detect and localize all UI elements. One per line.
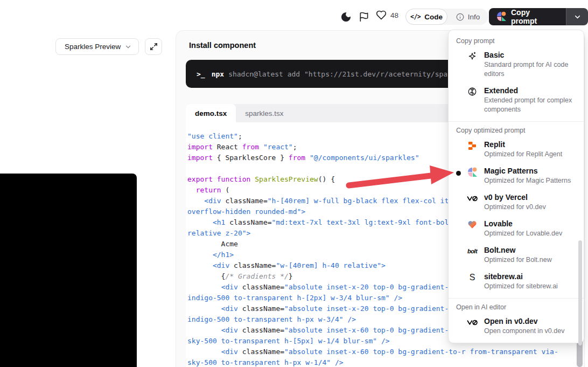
copy-prompt-label: Copy prompt — [511, 8, 557, 25]
dropdown-item-text: Open in v0.devOpen component in v0.dev — [484, 316, 564, 336]
dropdown-item-title: Replit — [484, 140, 562, 150]
sparkles-icon — [467, 51, 478, 61]
magic-patterns-logo-icon — [496, 11, 506, 23]
flag-icon — [359, 11, 369, 22]
dropdown-item-bolt-new[interactable]: boltBolt.newOptimized for Bolt.new — [449, 242, 584, 268]
dropdown-section-label: Copy prompt — [449, 32, 584, 47]
likes-count: 48 — [390, 11, 398, 19]
flag-button[interactable] — [357, 10, 371, 24]
copy-prompt-dropdown-toggle[interactable] — [566, 8, 588, 25]
dropdown-item-description: Optimized for Bolt.new — [484, 255, 552, 265]
dropdown-item-basic[interactable]: BasicStandard prompt for AI code editors — [449, 47, 584, 82]
dropdown-item-title: sitebrew.ai — [484, 272, 558, 282]
dropdown-item-title: Bolt.new — [484, 245, 552, 255]
copy-prompt-split-button: Copy prompt — [489, 8, 588, 25]
selected-dot — [456, 171, 461, 176]
dropdown-item-title: Lovable — [484, 219, 562, 229]
dropdown-item-magic-patterns[interactable]: Magic PatternsOptimized for Magic Patter… — [449, 163, 584, 189]
code-brackets-icon: </> — [410, 13, 421, 20]
tab-code[interactable]: </> Code — [405, 9, 447, 25]
dropdown-item-title: Extended — [484, 86, 576, 96]
dropdown-item-title: Magic Patterns — [484, 166, 571, 176]
copy-prompt-button[interactable]: Copy prompt — [489, 8, 566, 25]
dropdown-item-extended[interactable]: ExtendedExtended prompt for complex comp… — [449, 82, 584, 118]
info-icon — [456, 13, 464, 21]
tab-info[interactable]: Info — [447, 9, 488, 25]
terminal-command: shadcn@latest add "https://21st.dev/r/ac… — [228, 70, 473, 78]
dropdown-item-description: Optimized for Lovable.dev — [484, 229, 562, 238]
dropdown-item-description: Optimized for v0.dev — [484, 203, 546, 212]
dropdown-item-sitebrew-ai[interactable]: Ssitebrew.aiOptimized for sitebrew.ai — [449, 268, 584, 295]
dropdown-item-title: Open in v0.dev — [484, 316, 564, 327]
top-toolbar: 48 </> Code Info Copy prompt — [0, 0, 588, 30]
copy-prompt-dropdown-menu: Copy promptBasicStandard prompt for AI c… — [448, 30, 584, 343]
terminal-prompt-icon: >_ — [197, 70, 205, 78]
bolt-logo: bolt — [467, 246, 478, 257]
dropdown-item-lovable[interactable]: LovableOptimized for Lovable.dev — [449, 216, 584, 242]
code-tab-label: Code — [424, 13, 443, 21]
dropdown-item-text: ReplitOptimized for Replit Agent — [484, 140, 562, 159]
dropdown-item-text: v0 by VercelOptimized for v0.dev — [484, 192, 546, 212]
dropdown-item-description: Optimized for Replit Agent — [484, 150, 562, 159]
chevron-down-icon — [124, 43, 132, 51]
dropdown-section-label: Open in AI editor — [449, 299, 584, 313]
tab-label: demo.tsx — [195, 109, 227, 117]
dropdown-item-description: Optimized for Magic Patterns — [484, 176, 571, 185]
code-line: <div className="absolute inset-x-60 top-… — [187, 347, 576, 357]
info-tab-label: Info — [468, 13, 480, 21]
preview-selector-value: Sparkles Preview — [65, 43, 121, 51]
terminal-bin: npx — [212, 70, 224, 78]
dropdown-item-description: Standard prompt for AI code editors — [484, 60, 576, 79]
dropdown-item-description: Open component in v0.dev — [484, 327, 564, 336]
dropdown-section-label: Copy optimized prompt — [449, 122, 584, 136]
heart-icon — [376, 10, 387, 20]
dropdown-item-title: Basic — [484, 50, 576, 60]
tab-demo-tsx[interactable]: demo.tsx — [186, 104, 236, 122]
tab-sparkles-tsx[interactable]: sparkles.tsx — [236, 104, 292, 122]
preview-selector[interactable]: Sparkles Preview — [55, 38, 139, 55]
tab-label: sparkles.tsx — [245, 109, 283, 117]
dropdown-item-text: BasicStandard prompt for AI code editors — [484, 50, 576, 79]
dropdown-item-text: sitebrew.aiOptimized for sitebrew.ai — [484, 272, 558, 291]
theme-toggle-button[interactable] — [339, 10, 353, 24]
v0-logo — [467, 317, 478, 328]
code-line: sky-500 to-transparent h-px w-1/4" /> — [187, 357, 576, 367]
dropdown-item-description: Optimized for sitebrew.ai — [484, 282, 558, 291]
component-preview-canvas — [0, 174, 137, 367]
brain-icon — [467, 86, 478, 97]
dropdown-item-replit[interactable]: ReplitOptimized for Replit Agent — [449, 136, 584, 163]
moon-icon — [340, 11, 352, 23]
likes[interactable]: 48 — [376, 10, 398, 20]
dropdown-item-text: LovableOptimized for Lovable.dev — [484, 219, 562, 238]
chevron-down-icon — [573, 13, 582, 21]
page: 48 </> Code Info Copy prompt — [0, 0, 588, 367]
magic-patterns-logo — [467, 167, 478, 177]
replit-logo — [467, 140, 478, 151]
v0-logo — [467, 193, 478, 204]
lovable-logo — [467, 219, 478, 230]
dropdown-item-description: Extended prompt for complex components — [484, 96, 576, 114]
dropdown-item-open-in-v0[interactable]: Open in v0.devOpen component in v0.dev — [449, 313, 584, 340]
dropdown-item-text: Magic PatternsOptimized for Magic Patter… — [484, 166, 571, 185]
install-section-title: Install component — [189, 41, 256, 50]
dropdown-item-text: ExtendedExtended prompt for complex comp… — [484, 86, 576, 114]
dropdown-item-v0-by-vercel[interactable]: v0 by VercelOptimized for v0.dev — [449, 189, 584, 216]
expand-icon — [150, 43, 158, 51]
dropdown-item-text: Bolt.newOptimized for Bolt.new — [484, 245, 552, 265]
fullscreen-button[interactable] — [145, 38, 162, 55]
view-toggle-group: </> Code Info — [405, 9, 488, 25]
dropdown-item-title: v0 by Vercel — [484, 192, 546, 203]
sitebrew-logo: S — [467, 272, 478, 283]
